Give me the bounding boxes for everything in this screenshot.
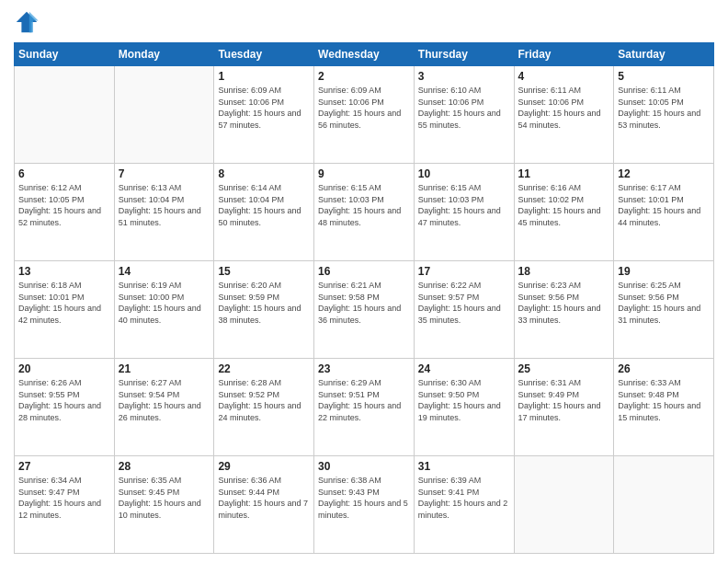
day-cell: 11Sunrise: 6:16 AMSunset: 10:02 PMDaylig…: [514, 164, 614, 261]
day-number: 12: [618, 167, 710, 180]
day-info: Sunrise: 6:38 AMSunset: 9:43 PMDaylight:…: [318, 475, 410, 521]
day-info: Sunrise: 6:30 AMSunset: 9:50 PMDaylight:…: [418, 377, 510, 423]
weekday-header-saturday: Saturday: [614, 43, 714, 66]
weekday-header-row: SundayMondayTuesdayWednesdayThursdayFrid…: [15, 43, 714, 66]
day-cell: 7Sunrise: 6:13 AMSunset: 10:04 PMDayligh…: [114, 164, 214, 261]
day-number: 27: [18, 460, 110, 473]
day-info: Sunrise: 6:17 AMSunset: 10:01 PMDaylight…: [618, 182, 710, 228]
week-row-4: 20Sunrise: 6:26 AMSunset: 9:55 PMDayligh…: [15, 359, 714, 456]
day-number: 15: [218, 265, 310, 278]
day-info: Sunrise: 6:28 AMSunset: 9:52 PMDaylight:…: [218, 377, 310, 423]
day-number: 30: [318, 460, 410, 473]
svg-marker-0: [17, 12, 37, 32]
day-cell: 5Sunrise: 6:11 AMSunset: 10:05 PMDayligh…: [614, 66, 714, 164]
day-cell: 3Sunrise: 6:10 AMSunset: 10:06 PMDayligh…: [414, 66, 514, 164]
week-row-5: 27Sunrise: 6:34 AMSunset: 9:47 PMDayligh…: [15, 456, 714, 554]
day-cell: 9Sunrise: 6:15 AMSunset: 10:03 PMDayligh…: [314, 164, 415, 261]
day-number: 18: [518, 265, 610, 278]
day-cell: 25Sunrise: 6:31 AMSunset: 9:49 PMDayligh…: [514, 359, 614, 456]
day-number: 5: [618, 70, 710, 83]
day-number: 20: [18, 362, 110, 375]
day-info: Sunrise: 6:19 AMSunset: 10:00 PMDaylight…: [119, 280, 210, 326]
day-info: Sunrise: 6:22 AMSunset: 9:57 PMDaylight:…: [418, 280, 510, 326]
day-info: Sunrise: 6:09 AMSunset: 10:06 PMDaylight…: [318, 85, 410, 131]
day-cell: 1Sunrise: 6:09 AMSunset: 10:06 PMDayligh…: [214, 66, 314, 164]
day-cell: 18Sunrise: 6:23 AMSunset: 9:56 PMDayligh…: [514, 261, 614, 359]
day-info: Sunrise: 6:33 AMSunset: 9:48 PMDaylight:…: [618, 377, 710, 423]
day-number: 11: [518, 167, 610, 180]
day-number: 3: [418, 70, 510, 83]
weekday-header-sunday: Sunday: [15, 43, 115, 66]
day-number: 22: [218, 362, 310, 375]
day-cell: 31Sunrise: 6:39 AMSunset: 9:41 PMDayligh…: [414, 456, 514, 554]
day-cell: 2Sunrise: 6:09 AMSunset: 10:06 PMDayligh…: [314, 66, 415, 164]
day-cell: 19Sunrise: 6:25 AMSunset: 9:56 PMDayligh…: [614, 261, 714, 359]
day-number: 9: [318, 167, 410, 180]
day-cell: 21Sunrise: 6:27 AMSunset: 9:54 PMDayligh…: [114, 359, 214, 456]
day-info: Sunrise: 6:16 AMSunset: 10:02 PMDaylight…: [518, 182, 610, 228]
day-number: 21: [119, 362, 210, 375]
day-cell: 14Sunrise: 6:19 AMSunset: 10:00 PMDaylig…: [114, 261, 214, 359]
day-info: Sunrise: 6:14 AMSunset: 10:04 PMDaylight…: [218, 182, 310, 228]
day-number: 25: [518, 362, 610, 375]
day-info: Sunrise: 6:23 AMSunset: 9:56 PMDaylight:…: [518, 280, 610, 326]
weekday-header-friday: Friday: [514, 43, 614, 66]
day-number: 24: [418, 362, 510, 375]
day-cell: 22Sunrise: 6:28 AMSunset: 9:52 PMDayligh…: [214, 359, 314, 456]
week-row-1: 1Sunrise: 6:09 AMSunset: 10:06 PMDayligh…: [15, 66, 714, 164]
day-number: 13: [18, 265, 110, 278]
day-info: Sunrise: 6:31 AMSunset: 9:49 PMDaylight:…: [518, 377, 610, 423]
day-cell: 17Sunrise: 6:22 AMSunset: 9:57 PMDayligh…: [414, 261, 514, 359]
day-cell: 27Sunrise: 6:34 AMSunset: 9:47 PMDayligh…: [15, 456, 115, 554]
week-row-2: 6Sunrise: 6:12 AMSunset: 10:05 PMDayligh…: [15, 164, 714, 261]
day-info: Sunrise: 6:18 AMSunset: 10:01 PMDaylight…: [18, 280, 110, 326]
logo-icon: [14, 9, 40, 35]
day-cell: 23Sunrise: 6:29 AMSunset: 9:51 PMDayligh…: [314, 359, 415, 456]
day-info: Sunrise: 6:12 AMSunset: 10:05 PMDaylight…: [18, 182, 110, 228]
day-cell: 4Sunrise: 6:11 AMSunset: 10:06 PMDayligh…: [514, 66, 614, 164]
day-info: Sunrise: 6:11 AMSunset: 10:05 PMDaylight…: [618, 85, 710, 131]
day-number: 28: [119, 460, 210, 473]
day-info: Sunrise: 6:26 AMSunset: 9:55 PMDaylight:…: [18, 377, 110, 423]
day-number: 23: [318, 362, 410, 375]
day-info: Sunrise: 6:35 AMSunset: 9:45 PMDaylight:…: [119, 475, 210, 521]
day-info: Sunrise: 6:25 AMSunset: 9:56 PMDaylight:…: [618, 280, 710, 326]
day-number: 19: [618, 265, 710, 278]
day-cell: 10Sunrise: 6:15 AMSunset: 10:03 PMDaylig…: [414, 164, 514, 261]
day-cell: 13Sunrise: 6:18 AMSunset: 10:01 PMDaylig…: [15, 261, 115, 359]
day-cell: 26Sunrise: 6:33 AMSunset: 9:48 PMDayligh…: [614, 359, 714, 456]
day-cell: 12Sunrise: 6:17 AMSunset: 10:01 PMDaylig…: [614, 164, 714, 261]
day-info: Sunrise: 6:11 AMSunset: 10:06 PMDaylight…: [518, 85, 610, 131]
weekday-header-thursday: Thursday: [414, 43, 514, 66]
day-info: Sunrise: 6:13 AMSunset: 10:04 PMDaylight…: [119, 182, 210, 228]
day-info: Sunrise: 6:15 AMSunset: 10:03 PMDaylight…: [318, 182, 410, 228]
day-cell: [614, 456, 714, 554]
weekday-header-wednesday: Wednesday: [314, 43, 415, 66]
page: SundayMondayTuesdayWednesdayThursdayFrid…: [0, 0, 728, 563]
day-number: 14: [119, 265, 210, 278]
day-number: 26: [618, 362, 710, 375]
day-cell: 16Sunrise: 6:21 AMSunset: 9:58 PMDayligh…: [314, 261, 415, 359]
week-row-3: 13Sunrise: 6:18 AMSunset: 10:01 PMDaylig…: [15, 261, 714, 359]
weekday-header-monday: Monday: [114, 43, 214, 66]
day-info: Sunrise: 6:34 AMSunset: 9:47 PMDaylight:…: [18, 475, 110, 521]
calendar-table: SundayMondayTuesdayWednesdayThursdayFrid…: [14, 42, 714, 554]
day-info: Sunrise: 6:27 AMSunset: 9:54 PMDaylight:…: [119, 377, 210, 423]
day-number: 31: [418, 460, 510, 473]
day-info: Sunrise: 6:20 AMSunset: 9:59 PMDaylight:…: [218, 280, 310, 326]
day-number: 29: [218, 460, 310, 473]
day-number: 8: [218, 167, 310, 180]
day-cell: [114, 66, 214, 164]
day-info: Sunrise: 6:39 AMSunset: 9:41 PMDaylight:…: [418, 475, 510, 521]
day-cell: 6Sunrise: 6:12 AMSunset: 10:05 PMDayligh…: [15, 164, 115, 261]
day-number: 16: [318, 265, 410, 278]
day-cell: 29Sunrise: 6:36 AMSunset: 9:44 PMDayligh…: [214, 456, 314, 554]
day-number: 7: [119, 167, 210, 180]
day-cell: 28Sunrise: 6:35 AMSunset: 9:45 PMDayligh…: [114, 456, 214, 554]
day-cell: [514, 456, 614, 554]
day-cell: 20Sunrise: 6:26 AMSunset: 9:55 PMDayligh…: [15, 359, 115, 456]
day-info: Sunrise: 6:09 AMSunset: 10:06 PMDaylight…: [218, 85, 310, 131]
day-cell: 15Sunrise: 6:20 AMSunset: 9:59 PMDayligh…: [214, 261, 314, 359]
day-number: 6: [18, 167, 110, 180]
day-info: Sunrise: 6:10 AMSunset: 10:06 PMDaylight…: [418, 85, 510, 131]
